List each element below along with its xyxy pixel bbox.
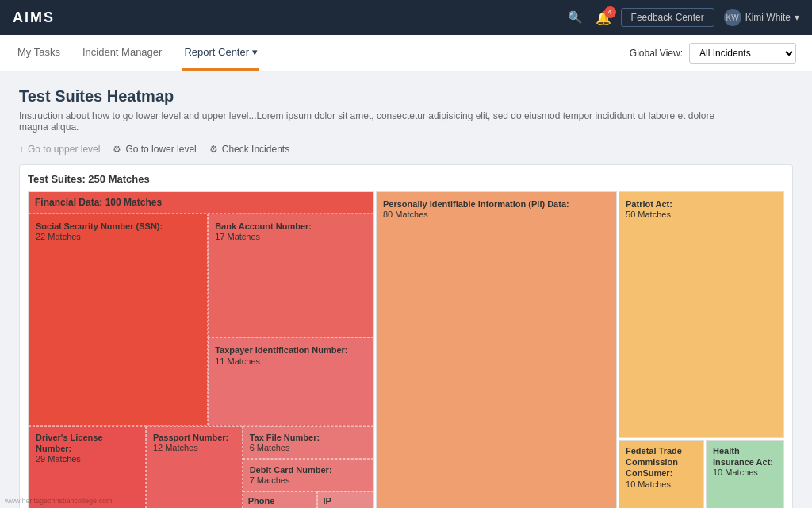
user-name: Kimi White (745, 12, 791, 23)
upper-level-button[interactable]: ↑ Go to upper level (19, 144, 100, 155)
right-column: Patriot Act: 50 Matches Fedetal Trade Co… (619, 191, 784, 508)
debit-card-cell[interactable]: Debit Card Number: 7 Matches (243, 459, 373, 491)
bank-account-cell[interactable]: Bank Account Number: 17 Matches (208, 214, 373, 337)
heatmap-wrapper: Test Suites: 250 Matches Financial Data:… (19, 164, 793, 508)
financial-header: Financial Data: 100 Matches (29, 192, 373, 214)
financial-block[interactable]: Financial Data: 100 Matches Social Secur… (28, 191, 374, 508)
drivers-license-cell[interactable]: Driver's License Number: 29 Matches (29, 426, 146, 508)
global-view-label: Global View: (630, 48, 683, 59)
tab-my-tasks[interactable]: My Tasks (16, 35, 62, 71)
tab-incident-manager[interactable]: Incident Manager (81, 35, 163, 71)
hia-cell[interactable]: Health Insurance Act: 10 Matches (706, 440, 784, 508)
tab-report-center[interactable]: Report Center ▾ (182, 35, 259, 71)
gear-icon: ⚙ (113, 144, 121, 155)
phone-cell[interactable]: Phone Number: 4 Matches (243, 491, 318, 508)
user-avatar: KW (724, 9, 741, 26)
feedback-button[interactable]: Feedback Center (621, 8, 714, 27)
page-title: Test Suites Heatmap (19, 87, 793, 106)
bottom-right-row: Fedetal Trade Commission ConSumer: 10 Ma… (619, 440, 784, 508)
heatmap-grid: Financial Data: 100 Matches Social Secur… (28, 191, 784, 508)
toolbar: ↑ Go to upper level ⚙ Go to lower level … (19, 144, 793, 155)
heatmap-title: Test Suites: 250 Matches (28, 173, 784, 185)
user-menu-button[interactable]: KW Kimi White ▾ (724, 9, 799, 26)
arrow-up-icon: ↑ (19, 144, 24, 155)
app-logo: AIMS (13, 10, 55, 26)
financial-inner: Social Security Number (SSN): 22 Matches… (29, 214, 373, 508)
pii-block[interactable]: Personally Identifiable Information (PII… (376, 191, 617, 508)
settings-icon: ⚙ (209, 144, 218, 155)
page-content: Test Suites Heatmap Instruction about ho… (0, 71, 812, 508)
check-incidents-button[interactable]: ⚙ Check Incidents (209, 144, 289, 155)
right-mini-col: Tax File Number: 6 Matches Debit Card Nu… (243, 426, 373, 508)
notification-badge: 4 (604, 6, 616, 18)
patriot-act-block[interactable]: Patriot Act: 50 Matches (619, 191, 784, 438)
chevron-down-icon: ▾ (252, 46, 258, 58)
tax-file-cell[interactable]: Tax File Number: 6 Matches (243, 426, 373, 459)
ip-address-cell[interactable]: IP Address: 2 Matches (317, 491, 373, 508)
top-nav-right: 🔍 🔔 4 Feedback Center KW Kimi White ▾ (565, 7, 799, 28)
secondary-navigation: My Tasks Incident Manager Report Center … (0, 35, 812, 71)
ftc-cell[interactable]: Fedetal Trade Commission ConSumer: 10 Ma… (619, 440, 704, 508)
financial-bottom-row: Driver's License Number: 29 Matches Pass… (29, 425, 373, 508)
nav-tabs: My Tasks Incident Manager Report Center … (16, 35, 259, 71)
global-view-select[interactable]: All Incidents My Incidents Team Incident… (689, 43, 796, 64)
bank-cell: Bank Account Number: 17 Matches Taxpayer… (208, 214, 373, 425)
page-description: Instruction about how to go lower level … (19, 110, 733, 133)
lower-level-button[interactable]: ⚙ Go to lower level (113, 144, 196, 155)
passport-cell[interactable]: Passport Number: 12 Matches (146, 426, 243, 508)
ssn-cell[interactable]: Social Security Number (SSN): 22 Matches (29, 214, 208, 425)
chevron-down-icon: ▾ (795, 12, 799, 23)
taxpayer-cell[interactable]: Taxpayer Identification Number: 11 Match… (208, 337, 373, 425)
notification-bell[interactable]: 🔔 4 (596, 10, 611, 25)
global-view: Global View: All Incidents My Incidents … (630, 43, 796, 64)
search-button[interactable]: 🔍 (565, 7, 586, 28)
financial-top-row: Social Security Number (SSN): 22 Matches… (29, 214, 373, 425)
watermark: www.heritagechristiancollege.com (5, 497, 113, 505)
top-navigation: AIMS 🔍 🔔 4 Feedback Center KW Kimi White… (0, 0, 812, 35)
phone-ip-row: Phone Number: 4 Matches IP Address: 2 Ma… (243, 491, 373, 508)
